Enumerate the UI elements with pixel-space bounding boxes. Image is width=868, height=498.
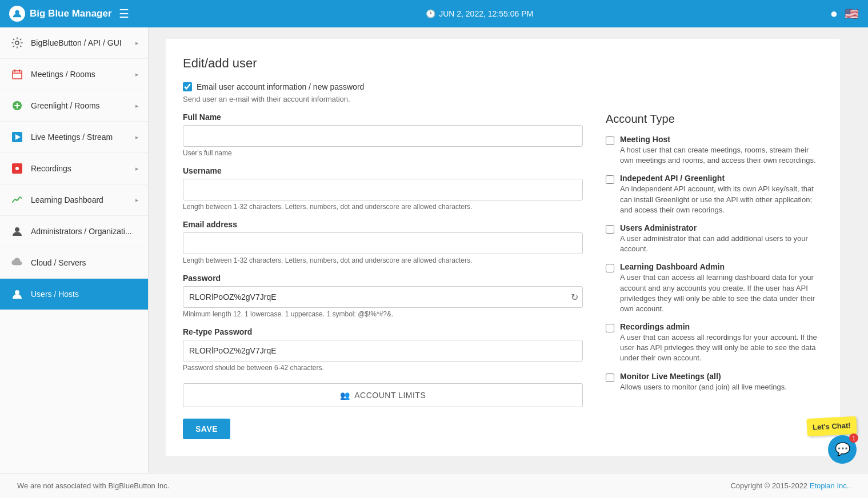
form-content: Full Name User's full name Username Leng… [183,113,823,439]
email-hint: Length between 1-32 characters. Letters,… [183,256,583,264]
sidebar-label-admins: Administrators / Organizati... [31,227,139,236]
account-type-item: Meeting HostA host user that can create … [606,135,823,166]
layout: BigBlueButton / API / GUI ▸ Meetings / R… [0,27,868,473]
email-label: Email address [183,220,583,229]
password-field: Password ↻ Minimum length 12. 1 lowercas… [183,274,583,318]
email-checkbox[interactable] [183,82,192,91]
sidebar-item-admins[interactable]: Administrators / Organizati... [0,216,148,247]
sidebar-item-bigbluebutton[interactable]: BigBlueButton / API / GUI ▸ [0,27,148,59]
account-type-desc-dashboard-admin: A user that can access all learning dash… [620,272,823,314]
account-type-desc-users-admin: A user administrator that can add additi… [620,234,823,254]
account-limits-label: ACCOUNT LIMITS [354,391,426,400]
sidebar-item-greenlight[interactable]: Greenlight / Rooms ▸ [0,90,148,122]
logo-icon [9,6,25,22]
full-name-input[interactable] [183,125,583,147]
svg-point-1 [15,41,19,45]
sidebar-label-bigbluebutton: BigBlueButton / API / GUI [31,38,135,47]
language-flag[interactable]: 🇺🇸 [845,7,859,21]
sidebar-item-users[interactable]: Users / Hosts [0,279,148,310]
username-hint: Length between 1-32 characters. Letters,… [183,203,583,211]
account-type-item: Learning Dashboard AdminA user that can … [606,262,823,314]
footer-right: Copyright © 2015-2022 Etopian Inc.. [730,481,851,490]
topnav-datetime: 🕐 JUN 2, 2022, 12:55:06 PM [426,9,533,18]
hamburger-menu[interactable]: ☰ [119,7,129,21]
account-type-item: Recordings adminA user that can access a… [606,322,823,364]
sidebar-label-live: Live Meetings / Stream [31,132,135,142]
username-field: Username Length between 1-32 characters.… [183,166,583,211]
account-types-list: Meeting HostA host user that can create … [606,135,823,392]
account-type-checkbox-recordings-admin[interactable] [606,324,614,332]
form-card: Edit/add user Email user account informa… [166,39,840,456]
form-left: Full Name User's full name Username Leng… [183,113,583,439]
sidebar-item-cloud[interactable]: Cloud / Servers [0,247,148,279]
account-type-checkbox-monitor-live[interactable] [606,374,614,382]
account-limits-button[interactable]: 👥 ACCOUNT LIMITS [183,383,583,407]
account-type-name-monitor-live: Monitor Live Meetings (all) [620,372,787,381]
app-name: Big Blue Manager [30,8,112,19]
sidebar-label-cloud: Cloud / Servers [31,258,139,267]
full-name-hint: User's full name [183,149,583,157]
account-type-checkbox-dashboard-admin[interactable] [606,264,614,272]
account-type-desc-meeting-host: A host user that can create meetings, ro… [620,145,823,166]
email-input[interactable] [183,232,583,254]
admin-person-icon [9,223,25,239]
username-label: Username [183,166,583,175]
account-type-name-meeting-host: Meeting Host [620,135,823,144]
user-circle-icon [9,286,25,302]
full-name-field: Full Name User's full name [183,113,583,157]
retype-password-input[interactable] [183,340,583,362]
group-icon: 👥 [340,391,350,400]
datetime-text: JUN 2, 2022, 12:55:06 PM [439,9,533,18]
password-label: Password [183,274,583,283]
retype-password-hint: Password should be between 6-42 characte… [183,364,583,372]
chevron-right-icon: ▸ [135,134,139,141]
refresh-password-button[interactable]: ↻ [571,292,578,303]
chat-button[interactable]: 💬 1 [828,435,857,464]
footer: We are not associated with BigBlueButton… [0,473,868,498]
topnav-right: ● 🇺🇸 [830,6,859,21]
sidebar-label-meetings: Meetings / Rooms [31,70,135,79]
footer-link[interactable]: Etopian Inc.. [810,481,851,490]
sidebar: BigBlueButton / API / GUI ▸ Meetings / R… [0,27,149,473]
sidebar-item-dashboard[interactable]: Learning Dashboard ▸ [0,184,148,216]
account-type-checkbox-meeting-host[interactable] [606,136,614,145]
footer-copyright: Copyright © 2015-2022 [730,481,807,490]
account-type-checkbox-users-admin[interactable] [606,225,614,234]
sidebar-item-live[interactable]: Live Meetings / Stream ▸ [0,122,148,153]
lets-chat-label: Let's Chat! [813,421,851,431]
username-input[interactable] [183,179,583,200]
save-label: SAVE [195,424,218,433]
sidebar-label-recordings: Recordings [31,164,135,173]
svg-point-7 [15,167,19,170]
retype-password-label: Re-type Password [183,327,583,336]
topnav-left: Big Blue Manager ☰ [9,6,129,22]
sidebar-item-meetings[interactable]: Meetings / Rooms ▸ [0,59,148,90]
svg-point-0 [15,10,19,14]
recordings-icon [9,160,25,176]
password-row: ↻ [183,286,583,308]
calendar-icon [9,66,25,82]
chevron-right-icon: ▸ [135,39,139,47]
plus-circle-icon [9,98,25,114]
chart-icon [9,192,25,208]
account-type-name-recordings-admin: Recordings admin [620,322,823,331]
email-address-field: Email address Length between 1-32 charac… [183,220,583,264]
svg-point-9 [15,290,19,295]
account-type-name-dashboard-admin: Learning Dashboard Admin [620,262,823,271]
main-content: Edit/add user Email user account informa… [149,27,868,473]
svg-point-8 [15,227,19,232]
user-avatar-icon[interactable]: ● [830,6,838,21]
chevron-right-icon: ▸ [135,196,139,204]
account-type-checkbox-indepedent-api[interactable] [606,175,614,184]
email-checkbox-label: Email user account information / new pas… [197,82,364,91]
password-hint: Minimum length 12. 1 lowercase. 1 upperc… [183,310,583,318]
save-button[interactable]: SAVE [183,419,230,439]
password-input[interactable] [183,286,583,308]
chat-icon: 💬 [835,442,850,457]
lets-chat-sticker: Let's Chat! [807,416,857,436]
sidebar-item-recordings[interactable]: Recordings ▸ [0,153,148,184]
account-type-item: Monitor Live Meetings (all)Allows users … [606,372,823,392]
account-type-panel: Account Type Meeting HostA host user tha… [606,113,823,439]
full-name-label: Full Name [183,113,583,122]
clock-icon: 🕐 [426,9,435,18]
